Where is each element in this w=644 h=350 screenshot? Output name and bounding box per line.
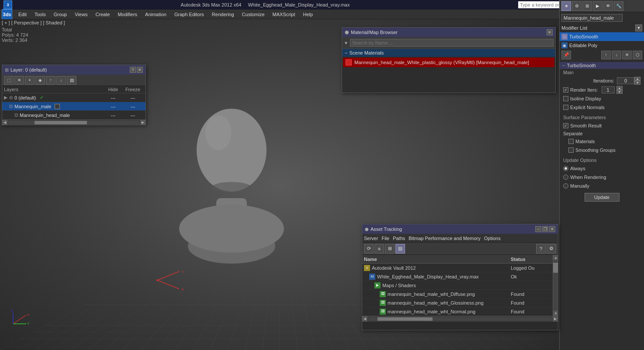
asset-row[interactable]: M White_Egghead_Male_Display_Head_vray.m… xyxy=(362,272,553,281)
smoothing-groups-checkbox[interactable] xyxy=(568,148,574,153)
material-item[interactable]: Mannequin_head_male_White_plastic_glossy… xyxy=(343,58,554,67)
menu-rendering[interactable]: Rendering xyxy=(208,11,238,18)
menu-maxscript[interactable]: MAXScript xyxy=(269,11,299,18)
iterations-input[interactable] xyxy=(617,77,634,84)
turbosmooth-entry[interactable]: ⬡ TurboSmooth xyxy=(560,32,644,41)
modifier-name-input[interactable] xyxy=(561,14,623,22)
asset-detail-button[interactable]: ▤ xyxy=(395,244,405,254)
delete-modifier-button[interactable]: ✕ xyxy=(622,51,632,59)
move-up-button[interactable]: ↑ xyxy=(601,51,611,59)
smooth-result-checkbox[interactable] xyxy=(563,123,568,128)
layer-select-button[interactable]: ◈ xyxy=(35,76,45,85)
asset-menu-server[interactable]: Server xyxy=(364,236,378,241)
asset-menu-file[interactable]: File xyxy=(381,236,389,241)
asset-row[interactable]: ▶ Maps / Shaders xyxy=(362,281,553,290)
asset-settings-button[interactable]: ⚙ xyxy=(547,244,556,254)
menu-help[interactable]: Help xyxy=(300,11,317,18)
asset-row[interactable]: V Autodesk Vault 2012 Logged Ou xyxy=(362,264,553,272)
spin-up[interactable]: ▲ xyxy=(616,86,623,90)
isoline-checkbox[interactable] xyxy=(563,96,568,101)
asset-menu-options[interactable]: Options xyxy=(484,236,501,241)
layer-down-button[interactable]: ↓ xyxy=(56,76,66,85)
utility-tab-button[interactable]: 🔧 xyxy=(614,1,623,11)
update-button[interactable]: Update xyxy=(585,193,620,202)
section-collapse-icon[interactable]: − xyxy=(562,63,565,68)
menu-customize[interactable]: Customize xyxy=(239,11,268,18)
asset-list-button[interactable]: ≡ xyxy=(374,244,384,254)
render-iters-checkbox[interactable] xyxy=(563,87,568,93)
layer-add-button[interactable]: + xyxy=(25,76,35,85)
spin-up[interactable]: ▲ xyxy=(634,77,641,81)
layer-checkbox[interactable] xyxy=(55,104,60,109)
menu-modifiers[interactable]: Modifiers xyxy=(114,11,141,18)
spin-down[interactable]: ▼ xyxy=(616,90,623,94)
layer-delete-button[interactable]: ✕ xyxy=(14,76,24,85)
render-iters-spinner[interactable]: ▲ ▼ xyxy=(616,86,623,94)
move-down-button[interactable]: ↓ xyxy=(612,51,621,59)
iterations-spinner[interactable]: ▲ ▼ xyxy=(634,77,641,85)
menu-edit[interactable]: Edit xyxy=(15,11,30,18)
scroll-thumb[interactable] xyxy=(553,263,558,273)
asset-help-button[interactable]: ? xyxy=(536,244,546,254)
always-radio[interactable] xyxy=(563,166,568,171)
modify-tab-button[interactable]: ⚙ xyxy=(572,1,582,11)
svg-text:Y: Y xyxy=(27,322,30,326)
layer-row[interactable]: ⊡ Mannequin_male --- --- xyxy=(2,102,145,111)
asset-row[interactable]: 🖼 mannequin_head_male_wht_Glossiness.png… xyxy=(362,299,553,307)
asset-grid-button[interactable]: ⊞ xyxy=(385,244,395,254)
asset-horizontal-scrollbar[interactable]: ◀ ▶ xyxy=(362,316,558,321)
motion-tab-button[interactable]: ▶ xyxy=(593,1,602,11)
asset-row[interactable]: 🖼 mannequin_head_male_wht_Normal.png Fou… xyxy=(362,307,553,316)
layer-option-button[interactable]: ▤ xyxy=(67,76,76,85)
display-tab-button[interactable]: 👁 xyxy=(603,1,613,11)
asset-minimize-button[interactable]: − xyxy=(535,226,541,232)
menu-views[interactable]: Views xyxy=(71,11,91,18)
asset-menu-bitmap[interactable]: Bitmap Performance and Memory xyxy=(409,236,480,241)
layer-scrollbar[interactable]: ◀ ▶ xyxy=(2,120,145,125)
menu-graph-editors[interactable]: Graph Editors xyxy=(171,11,208,18)
scroll-track[interactable] xyxy=(8,121,139,124)
material-search-input[interactable] xyxy=(350,39,554,47)
scene-materials-collapse[interactable]: − xyxy=(345,50,347,55)
layer-row[interactable]: ▶ ⊞ 0 (default) ✓ --- --- xyxy=(2,93,145,102)
modifier-list-dropdown[interactable]: ▼ xyxy=(635,24,642,31)
asset-vertical-scrollbar[interactable]: ▲ ▼ xyxy=(553,255,558,316)
menu-group[interactable]: Group xyxy=(50,11,71,18)
scroll-up-button[interactable]: ▲ xyxy=(553,255,558,260)
layer-move-button[interactable]: ↑ xyxy=(46,76,55,85)
render-iters-input[interactable] xyxy=(602,86,615,93)
asset-row[interactable]: 🖼 mannequin_head_male_wht_Diffuse.png Fo… xyxy=(362,290,553,299)
show-end-result-button[interactable]: ⬡ xyxy=(633,51,642,59)
asset-restore-button[interactable]: ❐ xyxy=(542,226,548,232)
scroll-track[interactable] xyxy=(553,260,558,311)
scroll-thumb[interactable] xyxy=(35,121,87,124)
spin-down[interactable]: ▼ xyxy=(634,81,641,85)
materials-checkbox[interactable] xyxy=(568,139,574,144)
scroll-right-arrow[interactable]: ▶ xyxy=(140,120,145,125)
create-tab-button[interactable]: ★ xyxy=(561,1,571,11)
layer-row[interactable]: ⊡ Mannequin_head_male --- --- xyxy=(2,111,145,120)
layer-close-button[interactable]: ✕ xyxy=(137,67,143,73)
material-close-button[interactable]: ✕ xyxy=(547,29,553,35)
asset-close-button[interactable]: ✕ xyxy=(549,226,555,232)
scroll-left-arrow[interactable]: ◀ xyxy=(2,120,7,125)
scroll-left-button[interactable]: ◀ xyxy=(362,316,367,322)
layer-new-button[interactable]: ⬚ xyxy=(4,76,14,85)
menu-animation[interactable]: Animation xyxy=(142,11,170,18)
hierarchy-tab-button[interactable]: ⊞ xyxy=(582,1,592,11)
asset-menu-paths[interactable]: Paths xyxy=(393,236,405,241)
asset-refresh-button[interactable]: ⟳ xyxy=(364,244,374,254)
layer-help-button[interactable]: ? xyxy=(130,67,136,73)
explicit-normals-checkbox[interactable] xyxy=(563,105,568,110)
editable-poly-entry[interactable]: ▣ Editable Poly xyxy=(560,41,644,50)
pin-button[interactable]: 📌 xyxy=(561,51,571,59)
scroll-track[interactable] xyxy=(368,317,552,321)
scroll-down-button[interactable]: ▼ xyxy=(553,311,558,316)
menu-create[interactable]: Create xyxy=(92,11,113,18)
menu-tools[interactable]: Tools xyxy=(31,11,49,18)
when-rendering-radio[interactable] xyxy=(563,175,568,180)
manually-radio[interactable] xyxy=(563,183,568,189)
scroll-thumb[interactable] xyxy=(377,317,433,321)
main-subsection-label: Main xyxy=(560,69,644,76)
scroll-right-button[interactable]: ▶ xyxy=(553,316,558,322)
